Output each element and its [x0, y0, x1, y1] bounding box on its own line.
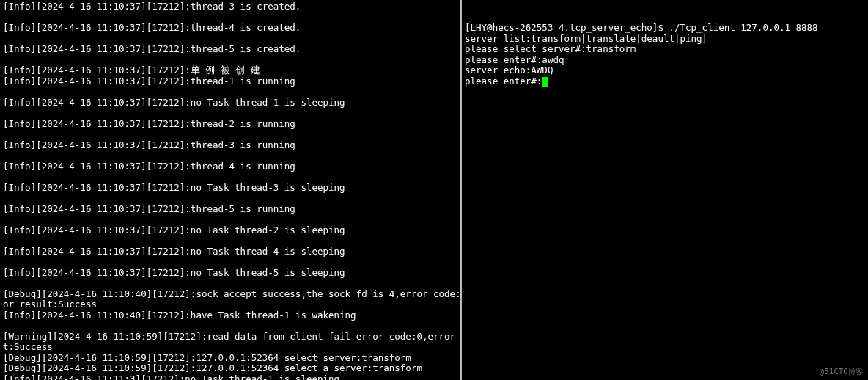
log-line: [Info][2024-4-16 11:10:37][17212]:thread… [3, 161, 457, 172]
log-line: [Debug][2024-4-16 11:10:40][17212]:sock … [3, 289, 457, 300]
log-line [3, 321, 457, 332]
log-line [3, 129, 457, 140]
log-line: server echo:AWDQ [465, 65, 865, 76]
log-line [3, 214, 457, 225]
log-line: [Info][2024-4-16 11:10:37][17212]:单 例 被 … [3, 65, 457, 76]
log-line: [Info][2024-4-16 11:10:37][17212]:thread… [3, 44, 457, 55]
log-line: [Warning][2024-4-16 11:10:59][17212]:rea… [3, 332, 457, 343]
log-line [3, 150, 457, 161]
log-line: [Info][2024-4-16 11:10:37][17212]:no Tas… [3, 268, 457, 279]
log-line: please select server#:transform [465, 44, 865, 55]
log-line: or result:Success [3, 299, 457, 310]
log-line [3, 34, 457, 45]
log-line [3, 87, 457, 98]
log-line [3, 172, 457, 183]
terminal-split: [Info][2024-4-16 11:10:37][17212]:thread… [0, 0, 868, 380]
log-line: [Info][2024-4-16 11:10:37][17212]:no Tas… [3, 246, 457, 257]
log-line [3, 55, 457, 66]
terminal-cursor [542, 77, 548, 87]
log-line: [Debug][2024-4-16 11:10:59][17212]:127.0… [3, 363, 457, 374]
log-line: [Debug][2024-4-16 11:10:59][17212]:127.0… [3, 353, 457, 364]
log-line: [Info][2024-4-16 11:10:37][17212]:no Tas… [3, 225, 457, 236]
log-line [3, 257, 457, 268]
log-line [3, 235, 457, 246]
right-terminal-pane[interactable]: [LHY@hecs-262553 4.tcp_server_echo]$ ./T… [462, 0, 868, 380]
log-line: [Info][2024-4-16 11:10:37][17212]:thread… [3, 76, 457, 87]
log-line: please enter#:awdq [465, 55, 865, 66]
log-line: [Info][2024-4-16 11:10:40][17212]:have T… [3, 310, 457, 321]
log-line [3, 108, 457, 119]
log-line: [Info][2024-4-16 11:10:37][17212]:thread… [3, 23, 457, 34]
left-terminal-pane[interactable]: [Info][2024-4-16 11:10:37][17212]:thread… [0, 0, 462, 380]
log-line: please enter#: [465, 76, 865, 87]
log-line [3, 193, 457, 204]
log-line: [Info][2024-4-16 11:10:37][17212]:thread… [3, 1, 457, 12]
watermark-text: @51CTO博客 [820, 367, 864, 378]
log-line [3, 12, 457, 23]
log-line [3, 278, 457, 289]
log-line: [Info][2024-4-16 11:10:37][17212]:no Tas… [3, 183, 457, 194]
log-line: t:Success [3, 342, 457, 353]
log-line: [Info][2024-4-16 11:10:37][17212]:no Tas… [3, 98, 457, 109]
log-line: [Info][2024-4-16 11:10:37][17212]:thread… [3, 119, 457, 130]
log-line: [LHY@hecs-262553 4.tcp_server_echo]$ ./T… [465, 23, 865, 34]
log-line: [Info][2024-4-16 11:10:37][17212]:thread… [3, 140, 457, 151]
log-line: [Info][2024-4-16 11:11:3][17212]:no Task… [3, 374, 457, 381]
log-line: server list:transform|translate|deault|p… [465, 34, 865, 45]
log-line: [Info][2024-4-16 11:10:37][17212]:thread… [3, 204, 457, 215]
